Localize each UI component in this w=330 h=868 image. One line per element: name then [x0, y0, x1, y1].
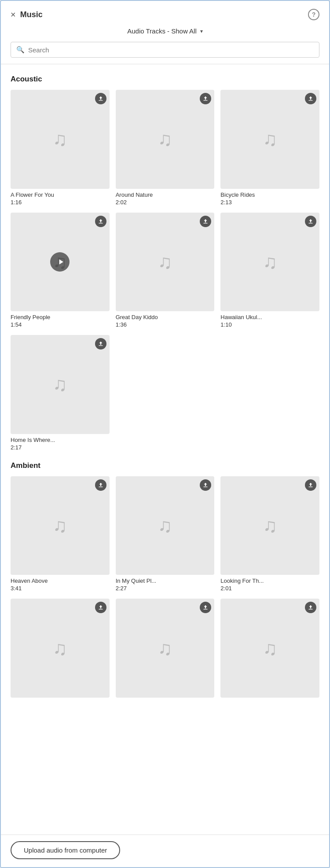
- track-card-b5[interactable]: ♫: [116, 599, 215, 698]
- track-duration: 1:54: [11, 321, 110, 328]
- track-thumbnail-b2: ♫: [116, 476, 215, 575]
- track-card-a2[interactable]: ♫ Around Nature2:02: [116, 90, 215, 206]
- section-ambient: Ambient♫ Heaven Above3:41♫ In My Quiet P…: [11, 461, 319, 698]
- music-note-icon: ♫: [53, 128, 67, 150]
- search-box: 🔍: [11, 42, 319, 58]
- section-heading-ambient: Ambient: [11, 461, 319, 470]
- track-name: Heaven Above: [11, 577, 110, 585]
- track-thumbnail-b1: ♫: [11, 476, 110, 575]
- track-duration: 1:16: [11, 199, 110, 206]
- track-card-a7[interactable]: ♫ Home Is Where...2:17: [11, 335, 110, 451]
- track-duration: 1:10: [220, 321, 319, 328]
- play-overlay-icon: [50, 252, 70, 272]
- upload-badge-icon: [95, 338, 106, 349]
- track-duration: 2:01: [220, 585, 319, 592]
- svg-rect-0: [99, 100, 103, 101]
- svg-rect-5: [308, 223, 312, 223]
- track-thumbnail-a6: ♫: [220, 213, 319, 312]
- track-duration: 2:17: [11, 444, 110, 451]
- track-name: Friendly People: [11, 314, 110, 321]
- track-name: Great Day Kiddo: [116, 314, 215, 321]
- track-card-a6[interactable]: ♫ Hawaiian Ukul...1:10: [220, 213, 319, 328]
- svg-rect-8: [204, 486, 208, 487]
- track-card-a4[interactable]: ♫ Friendly People1:54: [11, 213, 110, 328]
- chevron-down-icon: ▾: [200, 28, 203, 34]
- upload-badge-icon: [305, 479, 316, 491]
- track-card-b4[interactable]: ♫: [11, 599, 110, 698]
- close-button[interactable]: ×: [11, 10, 16, 19]
- upload-badge-icon: [200, 93, 211, 104]
- svg-rect-1: [204, 100, 208, 101]
- svg-rect-3: [99, 223, 103, 223]
- search-icon: 🔍: [16, 46, 25, 54]
- upload-badge-icon: [200, 479, 211, 491]
- track-grid-acoustic: ♫ A Flower For You1:16♫ Around Nature2:0…: [11, 90, 319, 451]
- track-duration: 2:13: [220, 199, 319, 206]
- upload-badge-icon: [305, 93, 316, 104]
- track-card-b3[interactable]: ♫ Looking For Th...2:01: [220, 476, 319, 592]
- music-note-icon: ♫: [263, 515, 277, 537]
- track-thumbnail-b6: ♫: [220, 599, 319, 698]
- track-thumbnail-a4: ♫: [11, 213, 110, 312]
- music-note-icon: ♫: [53, 637, 67, 659]
- track-name: A Flower For You: [11, 191, 110, 199]
- content-area: Acoustic♫ A Flower For You1:16♫ Around N…: [1, 64, 329, 835]
- track-duration: 1:36: [116, 321, 215, 328]
- track-card-a5[interactable]: ♫ Great Day Kiddo1:36: [116, 213, 215, 328]
- svg-rect-9: [308, 486, 312, 487]
- svg-rect-4: [204, 223, 208, 223]
- track-card-b2[interactable]: ♫ In My Quiet Pl...2:27: [116, 476, 215, 592]
- audio-tracks-dropdown[interactable]: Audio Tracks - Show All ▾: [127, 27, 203, 35]
- track-card-a1[interactable]: ♫ A Flower For You1:16: [11, 90, 110, 206]
- track-name: Bicycle Rides: [220, 191, 319, 199]
- panel-title: Music: [20, 10, 43, 19]
- search-row: 🔍: [1, 39, 329, 64]
- track-thumbnail-a7: ♫: [11, 335, 110, 434]
- section-heading-acoustic: Acoustic: [11, 75, 319, 84]
- music-note-icon: ♫: [53, 373, 67, 395]
- music-note-icon: ♫: [158, 128, 172, 150]
- music-note-icon: ♫: [263, 128, 277, 150]
- upload-badge-icon: [95, 216, 106, 227]
- track-name: Looking For Th...: [220, 577, 319, 585]
- music-note-icon: ♫: [263, 637, 277, 659]
- music-note-icon: ♫: [263, 251, 277, 273]
- svg-rect-11: [204, 609, 208, 610]
- upload-badge-icon: [200, 602, 211, 613]
- upload-audio-button[interactable]: Upload audio from computer: [11, 841, 120, 859]
- music-note-icon: ♫: [158, 515, 172, 537]
- track-thumbnail-a2: ♫: [116, 90, 215, 189]
- svg-rect-7: [99, 486, 103, 487]
- music-note-icon: ♫: [158, 251, 172, 273]
- track-thumbnail-a1: ♫: [11, 90, 110, 189]
- search-input[interactable]: [28, 46, 314, 54]
- track-grid-ambient: ♫ Heaven Above3:41♫ In My Quiet Pl...2:2…: [11, 476, 319, 698]
- panel-header: × Music ?: [1, 1, 329, 25]
- track-name: In My Quiet Pl...: [116, 577, 215, 585]
- svg-rect-12: [308, 609, 312, 610]
- track-card-b1[interactable]: ♫ Heaven Above3:41: [11, 476, 110, 592]
- track-name: Home Is Where...: [11, 437, 110, 444]
- upload-badge-icon: [95, 93, 106, 104]
- header-left: × Music: [11, 10, 43, 19]
- track-name: Around Nature: [116, 191, 215, 199]
- upload-badge-icon: [200, 216, 211, 227]
- track-card-b6[interactable]: ♫: [220, 599, 319, 698]
- track-card-a3[interactable]: ♫ Bicycle Rides2:13: [220, 90, 319, 206]
- section-acoustic: Acoustic♫ A Flower For You1:16♫ Around N…: [11, 75, 319, 451]
- svg-rect-6: [99, 346, 103, 346]
- music-note-icon: ♫: [53, 515, 67, 537]
- track-thumbnail-b5: ♫: [116, 599, 215, 698]
- track-thumbnail-b4: ♫: [11, 599, 110, 698]
- dropdown-row: Audio Tracks - Show All ▾: [1, 25, 329, 39]
- help-button[interactable]: ?: [308, 9, 319, 20]
- svg-rect-2: [308, 100, 312, 101]
- upload-badge-icon: [95, 479, 106, 491]
- upload-badge-icon: [305, 216, 316, 227]
- bottom-bar: Upload audio from computer: [1, 835, 329, 867]
- upload-badge-icon: [95, 602, 106, 613]
- upload-badge-icon: [305, 602, 316, 613]
- svg-rect-10: [99, 609, 103, 610]
- dropdown-label: Audio Tracks - Show All: [127, 27, 197, 35]
- track-duration: 3:41: [11, 585, 110, 592]
